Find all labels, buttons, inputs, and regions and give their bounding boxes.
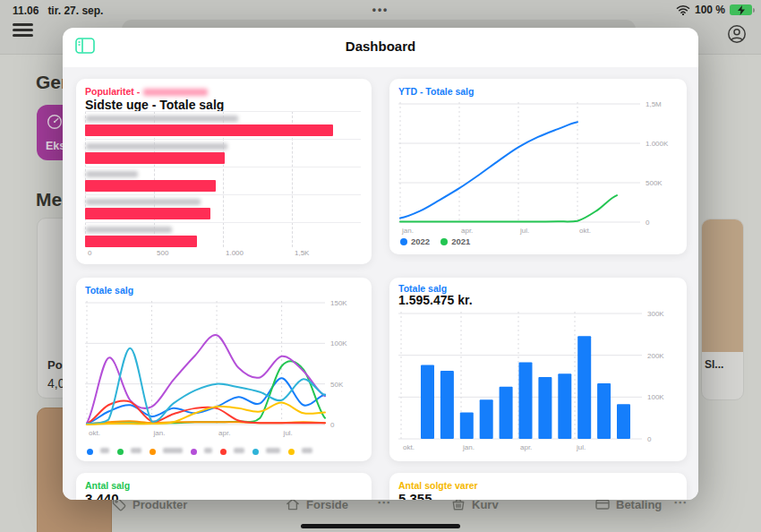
legend-item: 2021: [440, 236, 470, 246]
account-icon[interactable]: [726, 23, 748, 45]
svg-text:0: 0: [647, 435, 652, 443]
svg-text:apr.: apr.: [461, 227, 473, 235]
svg-text:apr.: apr.: [218, 429, 230, 437]
card-ytd[interactable]: YTD - Totale salg 0500K1.000K1,5Mjan.apr…: [389, 79, 687, 254]
multitask-dots-icon: •••: [372, 4, 389, 16]
menu-icon[interactable]: [13, 23, 33, 37]
battery-charging-icon: [730, 4, 752, 15]
redacted-store-name: [143, 89, 208, 96]
svg-text:100K: 100K: [330, 339, 347, 348]
home-indicator[interactable]: [301, 524, 460, 528]
svg-text:1,5M: 1,5M: [646, 100, 662, 108]
svg-text:jan.: jan.: [462, 443, 475, 451]
card-title: YTD - Totale salg: [398, 86, 474, 97]
legend-item: [252, 446, 280, 456]
card-monthly-lines[interactable]: Totale salg 050K100K150Kokt.jan.apr.jul.: [76, 278, 372, 461]
svg-text:jul.: jul.: [283, 429, 293, 437]
legend-item: [191, 446, 212, 456]
bar: [85, 236, 197, 247]
monthly-lines-legend: [87, 446, 312, 456]
legend-item: [220, 446, 244, 456]
legend-item: [150, 446, 183, 456]
svg-text:0: 0: [646, 219, 650, 227]
product-name: Sl...: [705, 358, 723, 371]
svg-text:0: 0: [330, 421, 335, 429]
x-tick-label: 0: [88, 249, 91, 257]
ipad-screen: 11.06tir. 27. sep. ••• 100 % Gen Eks Mes: [0, 0, 761, 532]
redacted-product-label: [86, 199, 201, 205]
svg-text:200K: 200K: [647, 352, 664, 360]
card-sales-count[interactable]: Antal salg 3.440: [76, 473, 372, 500]
card-monthly-bars[interactable]: Totale salg 1.595.475 kr. 0100K200K300Ko…: [389, 278, 687, 461]
popularity-row: [85, 111, 361, 139]
card-title: Antal salg: [85, 480, 130, 491]
card-popularity[interactable]: Popularitet - Sidste uge - Totale salg 0…: [76, 79, 372, 264]
status-clock: 11.06tir. 27. sep.: [13, 4, 103, 17]
x-tick-label: 500: [157, 249, 168, 257]
redacted-product-label: [86, 227, 172, 233]
card-title: Antal solgte varer: [398, 480, 478, 491]
ytd-line-chart: 0500K1.000K1,5Mjan.apr.jul.okt.: [398, 100, 678, 236]
svg-text:50K: 50K: [330, 381, 344, 389]
modal-title: Dashboard: [63, 39, 698, 54]
product-card-right[interactable]: Sl...: [701, 219, 744, 400]
x-tick-label: 1.000: [226, 249, 244, 257]
redacted-product-label: [86, 171, 138, 177]
card-title: Totale salg: [85, 285, 133, 296]
card-value: 3.440: [85, 491, 119, 500]
status-time: 11.06: [13, 4, 38, 17]
svg-text:jan.: jan.: [401, 227, 414, 235]
gauge-icon: [46, 113, 64, 131]
popularity-row: [85, 167, 361, 194]
svg-text:okt.: okt.: [89, 429, 100, 437]
svg-text:apr.: apr.: [520, 443, 532, 451]
product-image: [702, 219, 743, 352]
svg-text:300K: 300K: [647, 310, 664, 318]
status-indicators: 100 %: [676, 4, 752, 16]
svg-text:jul.: jul.: [576, 443, 586, 451]
monthly-sales-bar-chart: 0100K200K300Kokt.jan.apr.jul.: [398, 308, 678, 457]
battery-percent: 100 %: [695, 4, 725, 16]
redacted-product-label: [86, 116, 238, 122]
svg-text:jan.: jan.: [153, 429, 166, 437]
popularity-row: [85, 222, 361, 250]
legend-item: [117, 446, 141, 456]
x-tick-label: 1,5K: [295, 249, 309, 257]
ytd-legend: 20222021: [400, 236, 470, 246]
card-total-value: 1.595.475 kr.: [398, 293, 473, 307]
svg-text:150K: 150K: [330, 299, 347, 307]
svg-text:500K: 500K: [646, 179, 663, 187]
legend-item: [288, 446, 312, 456]
popularity-row: [85, 139, 361, 167]
legend-item: [87, 446, 109, 456]
bar: [85, 208, 210, 219]
card-value: 5.355: [398, 491, 432, 500]
svg-text:jul.: jul.: [519, 227, 529, 235]
bar: [85, 124, 333, 136]
svg-text:okt.: okt.: [403, 443, 415, 451]
card-title: Popularitet -: [85, 86, 208, 97]
popularity-row: [85, 194, 361, 222]
status-date: tir. 27. sep.: [47, 4, 103, 17]
popularity-bar-chart: [85, 111, 361, 250]
monthly-sales-line-chart: 050K100K150Kokt.jan.apr.jul.: [85, 299, 363, 442]
card-subtitle: Sidste uge - Totale salg: [85, 98, 224, 112]
redacted-product-label: [86, 143, 227, 150]
card-items-sold[interactable]: Antal solgte varer 5.355: [389, 473, 687, 500]
svg-text:1.000K: 1.000K: [646, 140, 669, 148]
popularity-x-axis: 05001.0001,5K: [85, 249, 361, 260]
bar: [85, 152, 225, 164]
wifi-icon: [676, 4, 690, 15]
legend-item: 2022: [400, 236, 430, 246]
bar: [85, 180, 216, 192]
svg-text:okt.: okt.: [579, 227, 591, 235]
dashboard-modal: Dashboard Popularitet - Sidste uge - Tot…: [63, 28, 698, 500]
svg-text:100K: 100K: [647, 393, 664, 401]
